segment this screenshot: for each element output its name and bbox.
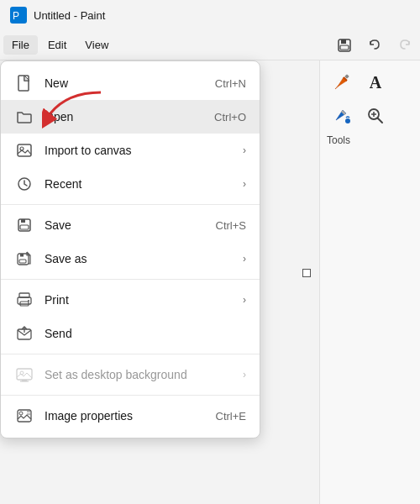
svg-point-33 xyxy=(19,412,23,415)
menu-item-print[interactable]: Print › xyxy=(1,283,260,317)
properties-icon xyxy=(14,406,34,426)
zoom-icon xyxy=(366,107,385,125)
menu-item-desktop-bg: Set as desktop background › xyxy=(1,358,260,391)
canvas-indicator xyxy=(302,269,311,277)
menu-item-saveas[interactable]: Save as › xyxy=(1,242,260,276)
svg-rect-21 xyxy=(19,260,26,263)
import-icon xyxy=(14,140,34,160)
svg-rect-22 xyxy=(19,293,29,297)
menu-item-new[interactable]: New Ctrl+N xyxy=(1,66,260,100)
svg-rect-28 xyxy=(17,369,32,380)
saveas-arrow: › xyxy=(243,253,246,265)
properties-shortcut: Ctrl+E xyxy=(216,410,246,423)
open-shortcut: Ctrl+O xyxy=(214,111,246,123)
desktop-arrow: › xyxy=(243,369,246,381)
open-icon xyxy=(14,107,34,127)
tool-text[interactable]: A xyxy=(360,67,391,97)
tools-row-2 xyxy=(327,101,413,131)
file-menu: New Ctrl+N Open Ctrl+O Import to can xyxy=(0,60,260,438)
brush-icon xyxy=(332,72,352,92)
import-label: Import to canvas xyxy=(45,144,236,157)
print-arrow: › xyxy=(243,294,246,306)
tools-panel: A Tools xyxy=(319,60,420,504)
svg-rect-18 xyxy=(20,225,29,229)
svg-point-7 xyxy=(345,118,350,123)
svg-line-9 xyxy=(378,118,383,123)
import-arrow: › xyxy=(243,144,246,156)
menu-bar: File Edit View xyxy=(0,30,420,60)
floppy-icon xyxy=(337,38,352,53)
tool-fill[interactable] xyxy=(327,101,357,131)
app-icon: P xyxy=(10,7,27,24)
tools-row-1: A xyxy=(327,67,413,97)
properties-label: Image properties xyxy=(45,409,209,423)
divider-3 xyxy=(1,354,260,354)
print-icon xyxy=(14,290,34,310)
fill-icon xyxy=(332,106,352,126)
menu-bar-actions xyxy=(333,34,417,57)
menu-item-import[interactable]: Import to canvas › xyxy=(1,134,260,167)
save-menu-icon xyxy=(14,215,34,235)
svg-rect-20 xyxy=(20,254,24,257)
menu-view[interactable]: View xyxy=(76,35,117,55)
desktop-bg-label: Set as desktop background xyxy=(45,368,236,381)
svg-text:P: P xyxy=(13,10,19,22)
tool-brush[interactable] xyxy=(327,67,357,97)
saveas-icon xyxy=(14,249,34,269)
svg-rect-13 xyxy=(18,144,31,156)
send-icon xyxy=(14,323,34,344)
recent-label: Recent xyxy=(45,177,236,191)
saveas-label: Save as xyxy=(45,252,236,265)
undo-button[interactable] xyxy=(363,34,386,57)
svg-point-25 xyxy=(28,300,29,302)
save-label: Save xyxy=(45,218,209,232)
redo-button[interactable] xyxy=(393,34,417,57)
menu-edit[interactable]: Edit xyxy=(39,35,75,55)
print-label: Print xyxy=(45,293,236,307)
divider-4 xyxy=(1,395,260,396)
menu-item-send[interactable]: Send xyxy=(1,317,260,350)
title-bar: P Untitled - Paint xyxy=(0,0,420,30)
desktop-icon xyxy=(14,365,34,385)
svg-rect-4 xyxy=(340,45,349,50)
menu-item-recent[interactable]: Recent › xyxy=(1,167,260,201)
tools-grid: A xyxy=(327,67,413,131)
undo-icon xyxy=(367,38,382,53)
divider-2 xyxy=(1,279,260,280)
recent-icon xyxy=(14,174,34,194)
window-title: Untitled - Paint xyxy=(34,9,105,22)
menu-item-properties[interactable]: Image properties Ctrl+E xyxy=(1,399,260,433)
file-dropdown: New Ctrl+N Open Ctrl+O Import to can xyxy=(0,60,260,438)
new-label: New xyxy=(45,76,208,90)
redo-icon xyxy=(397,38,412,53)
tool-zoom[interactable] xyxy=(360,101,391,131)
text-tool-icon: A xyxy=(370,73,381,92)
save-icon-button[interactable] xyxy=(333,34,356,57)
menu-item-save[interactable]: Save Ctrl+S xyxy=(1,208,260,242)
menu-file[interactable]: File xyxy=(3,35,38,55)
svg-rect-3 xyxy=(341,39,346,44)
save-shortcut: Ctrl+S xyxy=(216,219,246,232)
svg-rect-17 xyxy=(21,219,25,223)
tools-label: Tools xyxy=(327,134,413,146)
divider-1 xyxy=(1,204,260,205)
menu-item-open[interactable]: Open Ctrl+O xyxy=(1,100,260,134)
recent-arrow: › xyxy=(243,178,246,190)
new-shortcut: Ctrl+N xyxy=(215,77,246,90)
open-label: Open xyxy=(45,110,207,123)
send-label: Send xyxy=(45,327,246,340)
new-icon xyxy=(14,73,34,93)
